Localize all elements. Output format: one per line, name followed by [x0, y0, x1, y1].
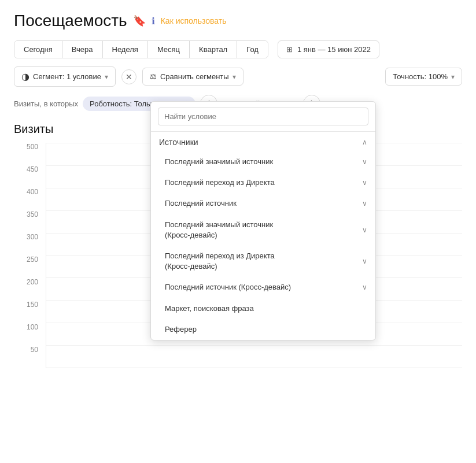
tab-yesterday[interactable]: Вчера	[62, 41, 103, 58]
accuracy-button[interactable]: Точность: 100% ▾	[385, 68, 462, 86]
compare-label: Сравнить сегменты	[160, 72, 229, 81]
dropdown-overlay: Источники∧Последний значимый источник∨По…	[150, 101, 376, 340]
item-chevron-icon: ∨	[362, 179, 367, 187]
chart-y-axis: 500 450 400 350 300 250 200 150 100 50	[14, 143, 43, 368]
group-label: Источники	[159, 138, 198, 147]
item-chevron-icon: ∨	[362, 199, 367, 208]
dropdown-item[interactable]: Реферер	[151, 319, 375, 340]
dropdown-group-header[interactable]: Источники∧	[151, 132, 375, 151]
date-tabs: Сегодня Вчера Неделя Месяц Квартал Год	[14, 40, 268, 58]
dropdown-item[interactable]: Последний значимый источник(Кросс-девайс…	[151, 214, 375, 246]
dropdown-item-text: Последний источник	[165, 198, 237, 209]
y-label-50: 50	[31, 346, 38, 354]
info-icon[interactable]: ℹ	[152, 16, 155, 27]
item-chevron-icon: ∨	[362, 283, 367, 291]
tab-month[interactable]: Месяц	[148, 41, 190, 58]
dropdown-item-text: Последний переход из Директа(Кросс-девай…	[165, 251, 275, 272]
grid-line	[46, 368, 462, 368]
dropdown-item-text: Последний источник (Кросс-девайс)	[165, 282, 291, 292]
date-tabs-row: Сегодня Вчера Неделя Месяц Квартал Год ⊞…	[14, 40, 462, 58]
page-title: Посещаемость	[14, 12, 127, 30]
segment-label: Сегмент: 1 условие	[33, 72, 101, 81]
tab-week[interactable]: Неделя	[103, 41, 148, 58]
dropdown-item-text: Последний значимый источник	[165, 157, 273, 167]
dropdown-item-text: Последний значимый источник(Кросс-девайс…	[165, 220, 273, 240]
dropdown-item[interactable]: Последний переход из Директа(Кросс-девай…	[151, 246, 375, 277]
item-chevron-icon: ∨	[362, 226, 367, 234]
compare-button[interactable]: ⚖ Сравнить сегменты ▾	[142, 68, 243, 86]
dropdown-search	[151, 102, 375, 132]
dropdown-item[interactable]: Последний источник (Кросс-девайс)∨	[151, 277, 375, 298]
dropdown-list[interactable]: Источники∧Последний значимый источник∨По…	[151, 132, 375, 340]
y-label-150: 150	[27, 301, 38, 309]
dropdown-item-text: Реферер	[165, 324, 197, 335]
bookmark-icon[interactable]: 🔖	[133, 14, 146, 27]
dropdown-item-text: Маркет, поисковая фраза	[165, 303, 254, 314]
page-container: Посещаемость 🔖 ℹ Как использовать Сегодн…	[0, 0, 476, 397]
compare-chevron-icon: ▾	[233, 73, 236, 81]
y-label-300: 300	[27, 233, 38, 241]
group-chevron-up-icon: ∧	[362, 138, 367, 146]
segment-chevron-icon: ▾	[105, 73, 108, 81]
segment-icon: ◑	[21, 71, 29, 82]
accuracy-label: Точность: 100%	[393, 72, 448, 81]
conditions-prefix: Визиты, в которых	[14, 99, 78, 108]
dropdown-item[interactable]: Последний переход из Директа∨	[151, 172, 375, 193]
dropdown-item-text: Последний переход из Директа	[165, 177, 275, 188]
search-input[interactable]	[158, 108, 368, 125]
page-header: Посещаемость 🔖 ℹ Как использовать	[14, 12, 462, 30]
y-label-400: 400	[27, 188, 38, 196]
compare-icon: ⚖	[150, 72, 157, 81]
tab-quarter[interactable]: Квартал	[190, 41, 237, 58]
calendar-icon: ⊞	[286, 45, 293, 54]
y-label-200: 200	[27, 278, 38, 286]
help-link[interactable]: Как использовать	[161, 16, 227, 25]
close-filter-button[interactable]: ✕	[121, 69, 136, 84]
filters-row: ◑ Сегмент: 1 условие ▾ ✕ ⚖ Сравнить сегм…	[14, 66, 462, 87]
item-chevron-icon: ∨	[362, 257, 367, 265]
segment-button[interactable]: ◑ Сегмент: 1 условие ▾	[14, 66, 116, 87]
y-label-450: 450	[27, 165, 38, 173]
dropdown-item[interactable]: Последний значимый источник∨	[151, 151, 375, 172]
y-label-500: 500	[27, 143, 38, 151]
accuracy-chevron-icon: ▾	[451, 73, 455, 81]
date-range-label: 1 янв — 15 июн 2022	[297, 45, 371, 54]
tab-today[interactable]: Сегодня	[14, 41, 62, 58]
dropdown-item[interactable]: Маркет, поисковая фраза	[151, 298, 375, 319]
y-label-350: 350	[27, 210, 38, 218]
date-range-button[interactable]: ⊞ 1 янв — 15 июн 2022	[278, 40, 379, 58]
y-label-250: 250	[27, 255, 38, 264]
item-chevron-icon: ∨	[362, 158, 367, 166]
dropdown-item[interactable]: Последний источник∨	[151, 193, 375, 214]
y-label-100: 100	[27, 323, 38, 331]
tab-year[interactable]: Год	[237, 41, 268, 58]
